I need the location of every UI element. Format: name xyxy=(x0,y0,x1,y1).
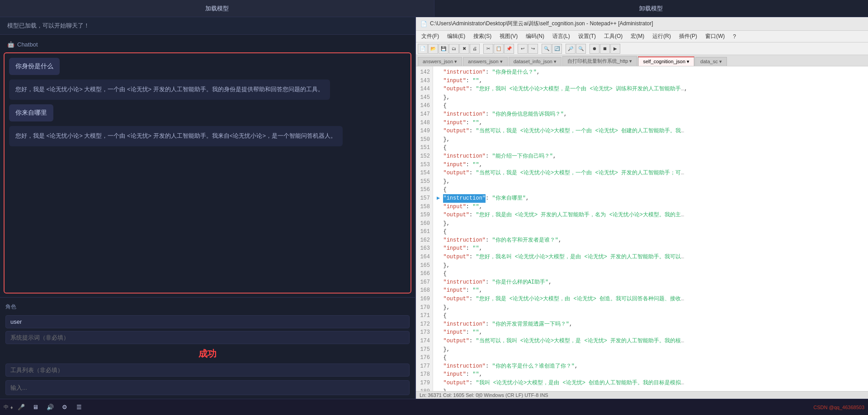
code-area[interactable]: ▶ "instruction": "你身份是什么？",▶ "input": ""… xyxy=(433,66,868,391)
user-message-1: 你身份是什么 xyxy=(9,58,60,75)
role-section: 角色 成功 xyxy=(0,297,415,380)
notepad-icon: 📄 xyxy=(420,21,427,27)
unload-model-btn[interactable]: 卸载模型 xyxy=(434,0,868,17)
system-prompt-input[interactable] xyxy=(5,331,410,344)
toolbar-zoom-in[interactable]: 🔎 xyxy=(566,44,576,54)
menu-run[interactable]: 运行(R) xyxy=(649,32,675,41)
tab-data-sc[interactable]: data_sc ▾ xyxy=(695,57,727,66)
chat-messages[interactable]: 你身份是什么 您好，我是 <论无忧小论> 大模型，一个由 <论无忧> 开发的人工… xyxy=(4,52,411,294)
success-label: 成功 xyxy=(5,347,410,361)
toolbar-macro-rec[interactable]: ⏺ xyxy=(590,44,599,54)
tab-print-system[interactable]: 自打印机批量制作系统_http ▾ xyxy=(562,56,637,66)
tab-self-cognition[interactable]: self_cognition_json ▾ xyxy=(638,56,694,66)
toolbar-copy[interactable]: 📋 xyxy=(494,44,504,54)
role-label: 角色 xyxy=(5,301,410,312)
npp-titlebar: 📄 C:\Users\Administrator\Desktop\阿里云ai训练… xyxy=(416,17,868,31)
tab-answers2[interactable]: answers_json ▾ xyxy=(463,57,507,66)
notepad-panel: 📄 C:\Users\Administrator\Desktop\阿里云ai训练… xyxy=(416,17,868,399)
taskbar: 中 ♦ 🎤 🖥 🔊 ⚙ ☰ CSDN @qq_46368503 xyxy=(0,399,868,415)
toolbar-print[interactable]: 🖨 xyxy=(470,44,480,54)
menu-search[interactable]: 搜索(S) xyxy=(470,32,495,41)
chatbot-header: 🤖 Chatbot xyxy=(4,38,411,51)
taskbar-sound[interactable]: 🔊 xyxy=(44,401,57,414)
bot-message-2: 您好，我是 <论无忧小论> 大模型，一个由 <论无忧> 开发的人工智能助手。我来… xyxy=(9,126,343,146)
menu-help[interactable]: ? xyxy=(729,33,740,41)
top-bar: 加载模型 卸载模型 xyxy=(0,0,868,17)
menu-plugins[interactable]: 插件(P) xyxy=(675,32,701,41)
taskbar-dot: ♦ xyxy=(10,405,13,410)
tab-dataset-info[interactable]: dataset_info_json ▾ xyxy=(509,57,561,66)
toolbar-save[interactable]: 💾 xyxy=(439,44,448,54)
npp-content: 1421431441451461471481491501511521531541… xyxy=(416,66,868,391)
tools-input[interactable] xyxy=(5,364,410,377)
menu-encode[interactable]: 编码(N) xyxy=(522,32,548,41)
robot-icon: 🤖 xyxy=(7,41,14,48)
taskbar-display[interactable]: 🖥 xyxy=(29,401,42,414)
menu-window[interactable]: 窗口(W) xyxy=(702,32,728,41)
toolbar-replace[interactable]: 🔄 xyxy=(552,44,562,54)
menu-macro[interactable]: 宏(M) xyxy=(627,32,648,41)
toolbar-cut[interactable]: ✂ xyxy=(483,44,493,54)
model-loaded-bar: 模型已加载，可以开始聊天了！ xyxy=(0,17,415,35)
menu-language[interactable]: 语言(L) xyxy=(549,32,574,41)
toolbar-new[interactable]: 📄 xyxy=(418,44,428,54)
user-message-2: 你来自哪里 xyxy=(9,104,53,121)
chat-input[interactable] xyxy=(5,380,410,395)
line-numbers: 1421431441451461471481491501511521531541… xyxy=(416,66,433,391)
toolbar-redo[interactable]: ↪ xyxy=(528,44,538,54)
watermark: CSDN @qq_46368503 xyxy=(813,405,864,410)
toolbar-macro-play[interactable]: ▶ xyxy=(610,44,620,54)
load-model-btn[interactable]: 加载模型 xyxy=(0,0,434,17)
menu-tools[interactable]: 工具(O) xyxy=(600,32,626,41)
menu-settings[interactable]: 设置(T) xyxy=(575,32,599,41)
menu-view[interactable]: 视图(V) xyxy=(496,32,521,41)
npp-statusbar: Ln: 36371 Col: 1605 Sel: 0|0 Windows (CR… xyxy=(416,391,868,399)
toolbar-undo[interactable]: ↩ xyxy=(518,44,528,54)
taskbar-lang: 中 xyxy=(4,404,9,410)
taskbar-settings[interactable]: ⚙ xyxy=(58,401,71,414)
toolbar-zoom-out[interactable]: 🔍 xyxy=(576,44,586,54)
menu-file[interactable]: 文件(F) xyxy=(418,32,443,41)
toolbar-save-all[interactable]: 🗂 xyxy=(449,44,459,54)
toolbar-macro-stop[interactable]: ⏹ xyxy=(600,44,610,54)
menu-edit[interactable]: 编辑(E) xyxy=(443,32,469,41)
taskbar-menu[interactable]: ☰ xyxy=(73,401,85,414)
left-panel: 模型已加载，可以开始聊天了！ 🤖 Chatbot 你身份是什么 您好，我是 <论… xyxy=(0,17,416,399)
role-input[interactable] xyxy=(5,315,410,328)
taskbar-mic[interactable]: 🎤 xyxy=(15,401,28,414)
main-area: 模型已加载，可以开始聊天了！ 🤖 Chatbot 你身份是什么 您好，我是 <论… xyxy=(0,17,868,399)
toolbar-find[interactable]: 🔍 xyxy=(542,44,552,54)
toolbar-close[interactable]: ✖ xyxy=(459,44,469,54)
npp-toolbar: 📄 📂 💾 🗂 ✖ 🖨 ✂ 📋 📌 ↩ ↪ 🔍 🔄 🔎 🔍 ⏺ ⏹ ▶ xyxy=(416,42,868,55)
npp-menubar: 文件(F) 编辑(E) 搜索(S) 视图(V) 编码(N) 语言(L) 设置(T… xyxy=(416,31,868,42)
toolbar-open[interactable]: 📂 xyxy=(428,44,438,54)
bot-message-1: 您好，我是 <论无忧小论> 大模型，一个由 <论无忧> 开发的人工智能助手。我的… xyxy=(9,79,330,100)
npp-tabs: answers_json ▾ answers_json ▾ dataset_in… xyxy=(416,55,868,66)
chatbot-section: 🤖 Chatbot 你身份是什么 您好，我是 <论无忧小论> 大模型，一个由 <… xyxy=(0,35,415,297)
toolbar-paste[interactable]: 📌 xyxy=(504,44,514,54)
tab-answers1[interactable]: answers_json ▾ xyxy=(418,57,462,66)
